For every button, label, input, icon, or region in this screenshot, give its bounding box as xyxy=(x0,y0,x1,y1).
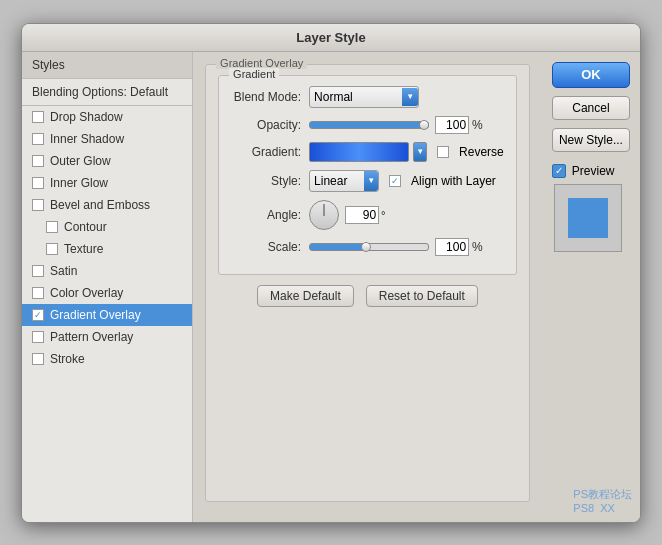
blending-options-item[interactable]: Blending Options: Default xyxy=(22,79,192,106)
style-arrow-icon: ▼ xyxy=(364,171,378,191)
preview-section: Preview xyxy=(552,164,630,252)
watermark: PS教程论坛 PS8 XX xyxy=(573,487,632,514)
angle-controls: ° xyxy=(309,200,385,230)
opacity-thumb xyxy=(419,120,429,130)
align-layer-checkbox[interactable] xyxy=(389,175,401,187)
scale-unit: % xyxy=(472,240,483,254)
outer-glow-label: Outer Glow xyxy=(50,154,111,168)
blend-mode-arrow-icon: ▼ xyxy=(402,88,418,106)
angle-value-input[interactable] xyxy=(345,206,379,224)
preview-box xyxy=(554,184,622,252)
layer-style-window: Layer Style Styles Blending Options: Def… xyxy=(21,23,641,523)
pattern-overlay-checkbox[interactable] xyxy=(32,331,44,343)
gradient-row: Gradient: ▼ Reverse xyxy=(231,142,504,162)
satin-checkbox[interactable] xyxy=(32,265,44,277)
styles-header: Styles xyxy=(22,52,192,79)
layer-item-bevel-emboss[interactable]: Bevel and Emboss xyxy=(22,194,192,216)
gradient-preview-swatch[interactable] xyxy=(309,142,409,162)
color-overlay-label: Color Overlay xyxy=(50,286,123,300)
inner-glow-checkbox[interactable] xyxy=(32,177,44,189)
style-row: Style: Linear ▼ Align with Layer xyxy=(231,170,504,192)
layer-item-texture[interactable]: Texture xyxy=(22,238,192,260)
style-label: Style: xyxy=(231,174,301,188)
align-layer-label: Align with Layer xyxy=(411,174,496,188)
blend-mode-select[interactable]: Normal ▼ xyxy=(309,86,419,108)
reset-default-button[interactable]: Reset to Default xyxy=(366,285,478,307)
layer-item-drop-shadow[interactable]: Drop Shadow xyxy=(22,106,192,128)
color-overlay-checkbox[interactable] xyxy=(32,287,44,299)
gradient-dropdown-arrow-icon[interactable]: ▼ xyxy=(413,142,427,162)
blend-mode-row: Blend Mode: Normal ▼ xyxy=(231,86,504,108)
layer-item-satin[interactable]: Satin xyxy=(22,260,192,282)
gradient-subsection-title: Gradient xyxy=(229,68,279,80)
left-panel: Styles Blending Options: Default Drop Sh… xyxy=(22,52,193,522)
new-style-button[interactable]: New Style... xyxy=(552,128,630,152)
scale-row: Scale: % xyxy=(231,238,504,256)
preview-square xyxy=(568,198,608,238)
contour-checkbox[interactable] xyxy=(46,221,58,233)
preview-label-row: Preview xyxy=(552,164,615,178)
stroke-checkbox[interactable] xyxy=(32,353,44,365)
blend-mode-value: Normal xyxy=(310,90,402,104)
gradient-overlay-section: Gradient Overlay Gradient Blend Mode: No… xyxy=(205,64,530,502)
outer-glow-checkbox[interactable] xyxy=(32,155,44,167)
angle-row: Angle: ° xyxy=(231,200,504,230)
layer-item-contour[interactable]: Contour xyxy=(22,216,192,238)
reverse-label: Reverse xyxy=(459,145,504,159)
opacity-unit: % xyxy=(472,118,483,132)
bottom-buttons: Make Default Reset to Default xyxy=(218,285,517,307)
bevel-emboss-checkbox[interactable] xyxy=(32,199,44,211)
bevel-emboss-label: Bevel and Emboss xyxy=(50,198,150,212)
layer-item-pattern-overlay[interactable]: Pattern Overlay xyxy=(22,326,192,348)
scale-thumb xyxy=(361,242,371,252)
make-default-button[interactable]: Make Default xyxy=(257,285,354,307)
scale-slider[interactable] xyxy=(309,243,429,251)
blend-mode-label: Blend Mode: xyxy=(231,90,301,104)
style-controls: Linear ▼ Align with Layer xyxy=(309,170,496,192)
texture-label: Texture xyxy=(64,242,103,256)
drop-shadow-label: Drop Shadow xyxy=(50,110,123,124)
layer-item-inner-glow[interactable]: Inner Glow xyxy=(22,172,192,194)
stroke-label: Stroke xyxy=(50,352,85,366)
drop-shadow-checkbox[interactable] xyxy=(32,111,44,123)
gradient-controls: ▼ Reverse xyxy=(309,142,504,162)
angle-unit: ° xyxy=(381,209,385,221)
inner-shadow-checkbox[interactable] xyxy=(32,133,44,145)
scale-label: Scale: xyxy=(231,240,301,254)
layer-item-stroke[interactable]: Stroke xyxy=(22,348,192,370)
reverse-checkbox[interactable] xyxy=(437,146,449,158)
gradient-overlay-label: Gradient Overlay xyxy=(50,308,141,322)
inner-glow-label: Inner Glow xyxy=(50,176,108,190)
ok-button[interactable]: OK xyxy=(552,62,630,88)
opacity-label: Opacity: xyxy=(231,118,301,132)
opacity-slider[interactable] xyxy=(309,121,429,129)
dial-indicator xyxy=(324,204,325,216)
angle-dial[interactable] xyxy=(309,200,339,230)
gradient-overlay-checkbox[interactable] xyxy=(32,309,44,321)
scale-value-input[interactable] xyxy=(435,238,469,256)
reverse-row: Reverse xyxy=(437,145,504,159)
style-select[interactable]: Linear ▼ xyxy=(309,170,379,192)
layer-item-outer-glow[interactable]: Outer Glow xyxy=(22,150,192,172)
opacity-value-input[interactable] xyxy=(435,116,469,134)
opacity-controls: % xyxy=(309,116,504,134)
scale-controls: % xyxy=(309,238,483,256)
preview-label: Preview xyxy=(572,164,615,178)
layer-item-inner-shadow[interactable]: Inner Shadow xyxy=(22,128,192,150)
main-content: Gradient Overlay Gradient Blend Mode: No… xyxy=(193,52,542,522)
align-layer-row: Align with Layer xyxy=(389,174,496,188)
angle-label: Angle: xyxy=(231,208,301,222)
right-panel: OK Cancel New Style... Preview xyxy=(542,52,640,522)
satin-label: Satin xyxy=(50,264,77,278)
preview-checkbox[interactable] xyxy=(552,164,566,178)
contour-label: Contour xyxy=(64,220,107,234)
layer-item-color-overlay[interactable]: Color Overlay xyxy=(22,282,192,304)
gradient-subsection: Gradient Blend Mode: Normal ▼ Opacity: xyxy=(218,75,517,275)
texture-checkbox[interactable] xyxy=(46,243,58,255)
cancel-button[interactable]: Cancel xyxy=(552,96,630,120)
title-bar: Layer Style xyxy=(22,24,640,52)
style-value: Linear xyxy=(310,174,364,188)
gradient-label: Gradient: xyxy=(231,145,301,159)
layer-item-gradient-overlay[interactable]: Gradient Overlay xyxy=(22,304,192,326)
inner-shadow-label: Inner Shadow xyxy=(50,132,124,146)
